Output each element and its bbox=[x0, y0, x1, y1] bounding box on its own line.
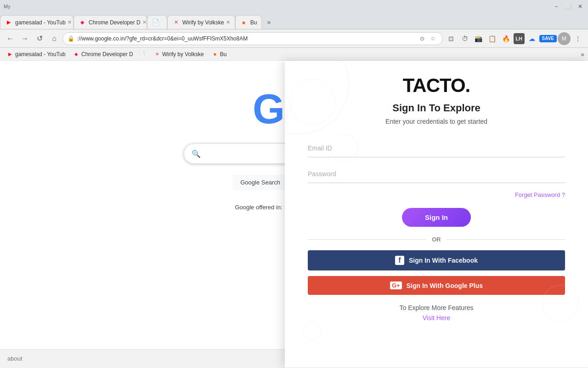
visit-here-link[interactable]: Visit Here bbox=[423, 314, 450, 322]
email-input[interactable] bbox=[308, 139, 565, 157]
main-content: G o o g l e 🔍 🎤 Google Search I'm Feelin… bbox=[0, 61, 588, 368]
forgot-password-container: Forget Password ? bbox=[308, 190, 565, 199]
forgot-password-link[interactable]: Forget Password ? bbox=[515, 191, 565, 198]
bookmark-label-wirify: Wirify by Volkske bbox=[162, 51, 204, 58]
tab-wirify[interactable]: ✕ Wirify by Volkske ✕ bbox=[167, 15, 235, 29]
signin-subtitle: Enter your credentials to get started bbox=[385, 118, 487, 125]
tab-bar: ▶ gamesalad - YouTub ✕ ◆ Chrome Develope… bbox=[0, 13, 588, 29]
tacto-logo: TACTO. bbox=[403, 75, 470, 97]
or-line-right bbox=[447, 239, 565, 240]
cast-icon[interactable]: ⊡ bbox=[445, 32, 458, 45]
footer-about[interactable]: about bbox=[7, 355, 23, 362]
address-text: ://www.google.co.in/?gfe_rd=cr&dcr=0&ei=… bbox=[77, 35, 415, 42]
tab-chrome-dev[interactable]: ◆ Chrome Developer D ✕ bbox=[74, 15, 147, 29]
signin-button[interactable]: Sign In bbox=[402, 208, 471, 227]
login-panel: TACTO. Sign In To Explore Enter your cre… bbox=[285, 61, 588, 368]
tab-favicon-gamesalad: ▶ bbox=[5, 19, 12, 26]
title-bar: My − ⬜ ✕ bbox=[0, 0, 588, 13]
tab-new[interactable]: 📄 bbox=[147, 15, 167, 29]
bookmark-new[interactable]: 📄 bbox=[136, 50, 149, 59]
screenshot-icon[interactable]: 📸 bbox=[472, 32, 485, 45]
close-button[interactable]: ✕ bbox=[574, 0, 586, 12]
explore-more-text: To Explore More Features bbox=[399, 304, 473, 311]
tab-gamesalad[interactable]: ▶ gamesalad - YouTub ✕ bbox=[0, 15, 74, 29]
tab-label-bu: Bu bbox=[250, 19, 257, 26]
tab-favicon-bu: ■ bbox=[240, 19, 248, 26]
omnibox-bar: ← → ↺ ⌂ 🔒 ://www.google.co.in/?gfe_rd=cr… bbox=[0, 29, 588, 48]
address-icons: ⊙ ☆ bbox=[418, 34, 438, 43]
bookmark-wirify[interactable]: ✕ Wirify by Volkske bbox=[151, 50, 207, 59]
google-plus-icon: G+ bbox=[390, 282, 402, 289]
google-search-button[interactable]: Google Search bbox=[232, 175, 288, 190]
bookmark-chrome-dev[interactable]: ◆ Chrome Developer D bbox=[70, 50, 134, 59]
tab-close-gamesalad[interactable]: ✕ bbox=[68, 19, 72, 25]
bookmark-favicon-chrome-dev: ◆ bbox=[73, 51, 80, 58]
tab-favicon-wirify: ✕ bbox=[172, 19, 180, 26]
bookmark-label-chrome-dev: Chrome Developer D bbox=[81, 51, 133, 58]
tab-close-wirify[interactable]: ✕ bbox=[226, 19, 230, 25]
email-form-group bbox=[308, 139, 565, 157]
or-line-left bbox=[308, 239, 426, 240]
deco-circle-1 bbox=[285, 61, 349, 134]
menu-button[interactable]: ⋮ bbox=[571, 32, 584, 45]
tab-label-gamesalad: gamesalad - YouTub bbox=[15, 19, 66, 26]
tab-bu[interactable]: ■ Bu bbox=[235, 15, 262, 29]
security-icon: 🔒 bbox=[68, 35, 74, 42]
facebook-icon: f bbox=[395, 256, 404, 265]
tab-more-button[interactable]: » bbox=[262, 15, 276, 29]
profile-avatar[interactable]: M bbox=[558, 32, 571, 45]
or-divider: OR bbox=[308, 236, 565, 243]
save-button[interactable]: SAVE bbox=[539, 35, 557, 42]
google-plus-signin-button[interactable]: G+ Sign In With Google Plus bbox=[308, 276, 565, 295]
history-icon[interactable]: ⏱ bbox=[458, 32, 471, 45]
minimize-button[interactable]: − bbox=[550, 0, 562, 12]
bookmark-label-gamesalad: gamesalad - YouTub bbox=[15, 51, 66, 58]
facebook-signin-button[interactable]: f Sign In With Facebook bbox=[308, 250, 565, 270]
signin-title: Sign In To Explore bbox=[392, 102, 481, 114]
cloud-icon[interactable]: ☁ bbox=[526, 32, 538, 45]
search-icon-inside: 🔍 bbox=[192, 150, 201, 158]
bookmark-bu[interactable]: ■ Bu bbox=[209, 50, 230, 59]
home-button[interactable]: ⌂ bbox=[48, 32, 61, 45]
back-button[interactable]: ← bbox=[4, 32, 17, 45]
password-form-group bbox=[308, 165, 565, 183]
profile-initial: M bbox=[562, 35, 566, 42]
bookmarks-bar: ▶ gamesalad - YouTub ◆ Chrome Developer … bbox=[0, 48, 588, 61]
bookmark-gamesalad[interactable]: ▶ gamesalad - YouTub bbox=[4, 50, 68, 59]
facebook-btn-label: Sign In With Facebook bbox=[409, 257, 478, 264]
address-bar[interactable]: 🔒 ://www.google.co.in/?gfe_rd=cr&dcr=0&e… bbox=[62, 32, 443, 45]
extensions-icon[interactable]: 📋 bbox=[486, 32, 499, 45]
tab-favicon-chrome-dev: ◆ bbox=[79, 19, 86, 26]
password-input[interactable] bbox=[308, 165, 565, 183]
deco-circle-4 bbox=[303, 322, 322, 340]
fire-icon[interactable]: 🔥 bbox=[500, 32, 513, 45]
google-letter-g: G bbox=[253, 88, 285, 130]
window-title: My bbox=[0, 4, 11, 9]
bookmark-favicon-new: 📄 bbox=[139, 51, 146, 58]
bookmarks-more-button[interactable]: » bbox=[581, 51, 584, 58]
star-icon[interactable]: ☆ bbox=[429, 34, 438, 43]
bookmark-favicon-bu: ■ bbox=[211, 51, 219, 58]
offered-text: Google offered in: bbox=[235, 204, 282, 211]
lh-icon[interactable]: LH bbox=[514, 33, 525, 44]
toolbar-icons: ⊡ ⏱ 📸 📋 🔥 LH ☁ SAVE M ⋮ bbox=[445, 32, 585, 45]
forward-button[interactable]: → bbox=[18, 32, 31, 45]
bookmark-favicon-gamesalad: ▶ bbox=[6, 51, 14, 58]
deco-circle-2 bbox=[289, 79, 335, 125]
location-icon[interactable]: ⊙ bbox=[418, 34, 427, 43]
tab-favicon-new: 📄 bbox=[152, 19, 159, 26]
tab-label-wirify: Wirify by Volkske bbox=[182, 19, 224, 26]
google-plus-btn-label: Sign In With Google Plus bbox=[407, 282, 483, 289]
bookmark-favicon-wirify: ✕ bbox=[153, 51, 161, 58]
tab-label-chrome-dev: Chrome Developer D bbox=[89, 19, 141, 26]
reload-button[interactable]: ↺ bbox=[33, 32, 46, 45]
tab-close-chrome-dev[interactable]: ✕ bbox=[142, 19, 147, 25]
maximize-button[interactable]: ⬜ bbox=[562, 0, 574, 12]
bookmark-label-bu: Bu bbox=[220, 51, 227, 58]
or-text: OR bbox=[432, 236, 441, 243]
